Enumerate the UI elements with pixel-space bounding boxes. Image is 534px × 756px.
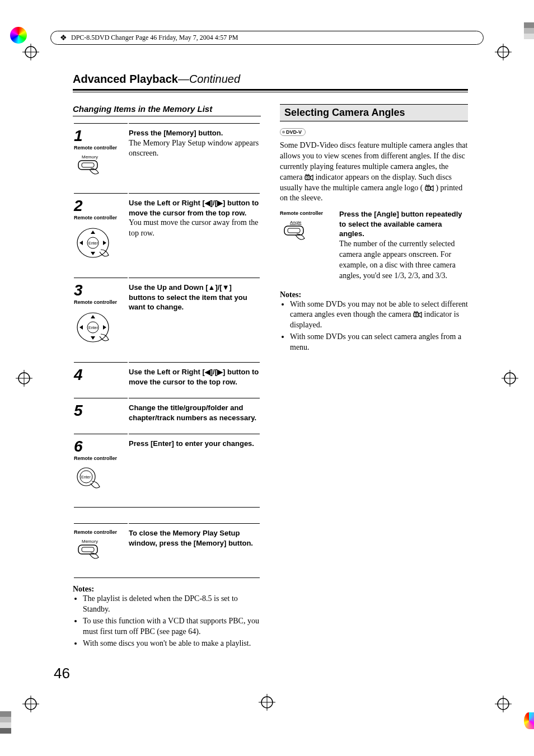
close-row: Remote controller Memory To close the Me… xyxy=(74,523,260,576)
crop-mark-tr xyxy=(495,27,528,60)
remote-controller-label: Remote controller xyxy=(74,299,128,305)
dpad-icon: Enter xyxy=(74,308,114,349)
svg-rect-21 xyxy=(78,161,97,170)
memory-button-icon: Memory xyxy=(74,154,107,180)
svg-marker-29 xyxy=(103,241,106,245)
subheading-memory-list: Changing Items in the Memory List xyxy=(73,104,261,114)
close-bold: To close the Memory Play Setup window, p… xyxy=(129,528,260,548)
step-bold: Change the title/group/folder and chapte… xyxy=(129,403,260,422)
svg-marker-45 xyxy=(310,175,313,180)
svg-marker-26 xyxy=(91,231,95,234)
svg-rect-22 xyxy=(82,163,94,167)
svg-marker-28 xyxy=(79,241,83,245)
angle-bold: Press the [Angle] button repeatedly to s… xyxy=(339,209,468,239)
subheading-rule xyxy=(73,116,261,116)
angle-body: The number of the currently selected cam… xyxy=(339,239,468,281)
disc-type-badge: DVD-V xyxy=(280,128,306,136)
svg-rect-54 xyxy=(284,226,303,235)
heading-rule xyxy=(73,89,468,91)
notes-list-left: The playlist is deleted when the DPC-8.5… xyxy=(75,594,261,649)
step-number: 5 xyxy=(74,403,128,419)
framemaker-icon: ❖ xyxy=(59,33,68,43)
crop-mark-tl xyxy=(6,27,39,60)
svg-marker-27 xyxy=(91,252,95,255)
crop-mark-bl xyxy=(6,696,39,729)
step-row-2: 2 Remote controller Enter xyxy=(74,193,260,276)
notes-label-left: Notes: xyxy=(73,585,261,594)
svg-rect-48 xyxy=(425,186,430,190)
svg-point-60 xyxy=(416,312,418,313)
svg-text:Enter: Enter xyxy=(88,241,98,245)
crop-mark-br xyxy=(495,696,528,729)
page-content: Advanced Playback—Continued Changing Ite… xyxy=(73,73,468,650)
svg-text:Enter: Enter xyxy=(88,326,98,330)
camera-angles-paragraph: Some DVD-Video discs feature multiple ca… xyxy=(280,140,468,204)
dpad-icon: Enter xyxy=(74,224,114,264)
angle-button-icon: Angle xyxy=(280,219,313,247)
step-row-3: 3 Remote controller Enter xyxy=(74,278,260,361)
svg-point-44 xyxy=(307,176,308,178)
svg-point-52 xyxy=(428,185,429,186)
svg-marker-33 xyxy=(91,315,95,318)
svg-rect-42 xyxy=(82,547,94,552)
section-title-camera-angles: Selecting Camera Angles xyxy=(280,104,468,121)
memory-button-icon: Memory xyxy=(74,538,107,564)
svg-point-49 xyxy=(427,187,429,189)
registration-mark-left xyxy=(16,370,32,387)
step-bold: Use the Left or Right [◀]/[▶] button to … xyxy=(129,367,260,387)
framemaker-bar: ❖ DPC-8.5DVD Changer Page 46 Friday, May… xyxy=(50,31,484,45)
step-row-1: 1 Remote controller Memory Press the [Me… xyxy=(74,123,260,192)
column-right: Selecting Camera Angles DVD-V Some DVD-V… xyxy=(280,104,468,650)
page-heading: Advanced Playback—Continued xyxy=(73,73,468,86)
svg-text:Enter: Enter xyxy=(81,475,91,479)
column-left: Changing Items in the Memory List 1 Remo… xyxy=(73,104,261,650)
svg-text:Memory: Memory xyxy=(82,539,98,544)
svg-marker-58 xyxy=(419,312,421,317)
svg-point-57 xyxy=(415,314,417,316)
svg-rect-56 xyxy=(414,313,419,317)
note-item: With some DVDs you can select camera ang… xyxy=(290,332,468,353)
step-body: You must move the cursor away from the t… xyxy=(129,218,260,239)
svg-point-51 xyxy=(426,185,427,186)
heading-main: Advanced Playback xyxy=(73,73,178,85)
svg-marker-34 xyxy=(91,336,95,340)
step-bold: Press [Enter] to enter your changes. xyxy=(129,439,260,449)
svg-rect-41 xyxy=(78,545,97,554)
step-number: 3 xyxy=(74,283,128,298)
camera-angle-icon xyxy=(413,311,422,318)
svg-rect-43 xyxy=(305,176,310,180)
svg-marker-35 xyxy=(79,325,83,330)
heading-continued: —Continued xyxy=(178,73,240,85)
step-number: 1 xyxy=(74,128,128,144)
svg-marker-50 xyxy=(430,186,433,191)
framemaker-text: DPC-8.5DVD Changer Page 46 Friday, May 7… xyxy=(71,34,238,42)
step-number: 6 xyxy=(74,439,128,454)
remote-controller-label: Remote controller xyxy=(74,456,128,461)
notes-label-right: Notes: xyxy=(280,290,468,299)
svg-point-46 xyxy=(306,174,307,175)
registration-mark-bottom xyxy=(259,694,275,711)
notes-list-right: With some DVDs you may not be able to se… xyxy=(282,299,468,353)
registration-mark-right xyxy=(502,370,518,387)
svg-marker-36 xyxy=(103,325,106,330)
step-body: The Memory Play Setup window appears ons… xyxy=(129,138,260,159)
step-number: 2 xyxy=(74,198,128,214)
memory-button-label: Memory xyxy=(82,154,98,159)
step-bold: Press the [Memory] button. xyxy=(129,128,260,138)
step-row-5: 5 Change the title/group/folder and chap… xyxy=(74,398,260,433)
step-row-6: 6 Remote controller Enter Press [Enter] … xyxy=(74,434,260,506)
step-bold: Use the Left or Right [◀]/[▶] button to … xyxy=(129,198,260,218)
svg-rect-55 xyxy=(288,228,300,233)
note-item: With some discs you won't be able to mak… xyxy=(83,638,261,649)
page-number: 46 xyxy=(54,665,70,682)
svg-point-59 xyxy=(414,312,415,313)
angle-instruction-block: Remote controller Angle Press the [Angle… xyxy=(280,209,468,281)
step-number: 4 xyxy=(74,367,128,383)
step-row-4: 4 Use the Left or Right [◀]/[▶] button t… xyxy=(74,362,260,397)
remote-controller-label: Remote controller xyxy=(74,145,128,151)
note-item: To use this function with a VCD that sup… xyxy=(83,616,261,637)
step-table: 1 Remote controller Memory Press the [Me… xyxy=(73,122,261,509)
close-table: Remote controller Memory To close the Me… xyxy=(73,522,261,579)
svg-point-47 xyxy=(308,174,309,175)
note-item: With some DVDs you may not be able to se… xyxy=(290,299,468,331)
